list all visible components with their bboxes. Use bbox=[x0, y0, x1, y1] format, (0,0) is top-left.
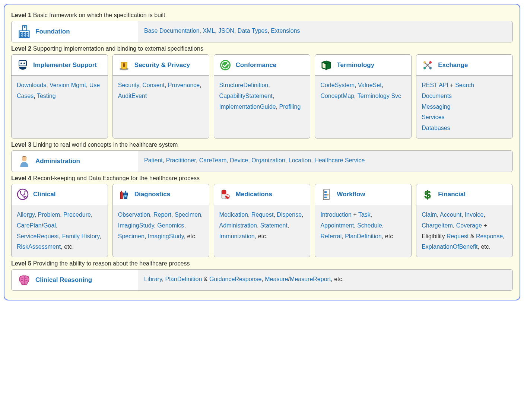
section-title-link[interactable]: Administration bbox=[35, 158, 80, 165]
link-plandefinition[interactable]: PlanDefinition bbox=[345, 233, 382, 239]
link-careteam[interactable]: CareTeam bbox=[199, 157, 227, 163]
section-body: Patient, Practitioner, CareTeam, Device,… bbox=[138, 151, 512, 172]
link-plandefinition[interactable]: PlanDefinition bbox=[165, 276, 202, 282]
link-healthcare-service[interactable]: Healthcare Service bbox=[314, 157, 365, 163]
section-title-link[interactable]: Clinical Reasoning bbox=[35, 276, 92, 284]
link-data-types[interactable]: Data Types bbox=[238, 28, 268, 34]
link-documents[interactable]: Documents bbox=[422, 93, 452, 99]
link-services[interactable]: Services bbox=[422, 114, 444, 120]
link-extensions[interactable]: Extensions bbox=[271, 28, 300, 34]
link-allergy[interactable]: Allergy bbox=[17, 211, 35, 218]
link-specimen[interactable]: Specimen bbox=[175, 211, 201, 218]
link-messaging[interactable]: Messaging bbox=[422, 104, 450, 110]
card-title-link[interactable]: Clinical bbox=[33, 191, 55, 198]
separator: , bbox=[248, 157, 251, 163]
link-immunization[interactable]: Immunization bbox=[219, 233, 255, 239]
link-appointment[interactable]: Appointment bbox=[320, 222, 354, 229]
link-explanationofbenefit[interactable]: ExplanationOfBenefit bbox=[422, 244, 477, 250]
link-genomics[interactable]: Genomics bbox=[157, 222, 184, 229]
link-medication[interactable]: Medication bbox=[219, 211, 248, 218]
link-capabilitystatement[interactable]: CapabilityStatement bbox=[219, 93, 273, 99]
link-measure[interactable]: Measure bbox=[265, 276, 288, 282]
link-downloads[interactable]: Downloads bbox=[17, 82, 46, 88]
svg-rect-32 bbox=[222, 190, 226, 194]
link-request[interactable]: Request bbox=[251, 211, 274, 218]
card-title-link[interactable]: Terminology bbox=[337, 61, 374, 69]
link-introduction[interactable]: Introduction bbox=[320, 211, 352, 218]
link-chargeitem[interactable]: ChargeItem bbox=[422, 222, 453, 229]
link-careplan[interactable]: CarePlan bbox=[17, 222, 42, 229]
link-dispense[interactable]: Dispense bbox=[277, 211, 302, 218]
link-structuredefinition[interactable]: StructureDefinition bbox=[219, 82, 269, 88]
link-auditevent[interactable]: AuditEvent bbox=[118, 93, 147, 99]
card-title-link[interactable]: Exchange bbox=[438, 61, 468, 69]
link-codesystem[interactable]: CodeSystem bbox=[320, 82, 355, 88]
separator: , etc bbox=[382, 233, 393, 239]
card-title-link[interactable]: Financial bbox=[438, 191, 466, 198]
link-consent[interactable]: Consent bbox=[142, 82, 165, 88]
link-implementationguide[interactable]: ImplementationGuide bbox=[219, 104, 276, 110]
link-schedule[interactable]: Schedule bbox=[357, 222, 382, 229]
link-claim[interactable]: Claim bbox=[422, 211, 437, 218]
link-terminology-svc[interactable]: Terminology Svc bbox=[358, 93, 401, 99]
link-practitioner[interactable]: Practitioner bbox=[166, 157, 196, 163]
card-title-link[interactable]: Diagnostics bbox=[134, 191, 170, 198]
link-family-history[interactable]: Family History bbox=[62, 233, 99, 239]
link-goal[interactable]: Goal bbox=[43, 222, 56, 229]
link-statement[interactable]: Statement bbox=[260, 222, 288, 229]
link-report[interactable]: Report bbox=[153, 211, 171, 218]
separator: , bbox=[60, 211, 63, 218]
financial-icon: $ bbox=[421, 188, 434, 201]
link-organization[interactable]: Organization bbox=[251, 157, 285, 163]
link-referral[interactable]: Referral bbox=[320, 233, 342, 239]
link-profiling[interactable]: Profiling bbox=[279, 104, 301, 110]
link-json[interactable]: JSON bbox=[218, 28, 234, 34]
card-body: REST API + SearchDocumentsMessagingServi… bbox=[416, 76, 512, 138]
card-implementer-support: Implementer SupportDownloads, Version Mg… bbox=[11, 54, 108, 139]
link-base-documentation[interactable]: Base Documentation bbox=[144, 28, 200, 34]
link-measurereport[interactable]: MeasureReport bbox=[290, 276, 331, 282]
link-provenance[interactable]: Provenance bbox=[168, 82, 200, 88]
link-imagingstudy[interactable]: ImagingStudy bbox=[118, 222, 154, 229]
section-title-link[interactable]: Foundation bbox=[35, 28, 70, 35]
link-coverage[interactable]: Coverage bbox=[456, 222, 482, 229]
level-desc: Record-keeping and Data Exchange for the… bbox=[31, 175, 200, 181]
svg-rect-10 bbox=[19, 61, 26, 66]
link-valueset[interactable]: ValueSet bbox=[358, 82, 382, 88]
link-rest-api[interactable]: REST API bbox=[422, 82, 448, 88]
link-administration[interactable]: Administration bbox=[219, 222, 257, 229]
link-response[interactable]: Response bbox=[476, 233, 503, 239]
link-imagingstudy[interactable]: ImagingStudy bbox=[148, 233, 184, 239]
card-title-link[interactable]: Medications bbox=[236, 191, 272, 198]
link-databases[interactable]: Databases bbox=[422, 125, 450, 131]
link-account[interactable]: Account bbox=[440, 211, 461, 218]
link-riskassessment[interactable]: RiskAssessment bbox=[17, 244, 61, 250]
link-search[interactable]: Search bbox=[455, 82, 474, 88]
link-observation[interactable]: Observation bbox=[118, 211, 150, 218]
link-task[interactable]: Task bbox=[358, 211, 371, 218]
link-specimen[interactable]: Specimen bbox=[118, 233, 145, 239]
link-library[interactable]: Library bbox=[144, 276, 162, 282]
link-security[interactable]: Security bbox=[118, 82, 139, 88]
building-icon bbox=[18, 25, 31, 38]
card-header: Terminology bbox=[315, 55, 411, 76]
link-request[interactable]: Request bbox=[447, 233, 469, 239]
link-procedure[interactable]: Procedure bbox=[63, 211, 91, 218]
card-title-link[interactable]: Implementer Support bbox=[33, 61, 97, 69]
link-invoice[interactable]: Invoice bbox=[465, 211, 484, 218]
link-problem[interactable]: Problem bbox=[38, 211, 60, 218]
link-servicerequest[interactable]: ServiceRequest bbox=[17, 233, 59, 239]
card-title-link[interactable]: Conformance bbox=[236, 61, 277, 69]
card-title-link[interactable]: Security & Privacy bbox=[134, 61, 190, 69]
link-location[interactable]: Location bbox=[289, 157, 311, 163]
link-guidanceresponse[interactable]: GuidanceResponse bbox=[209, 276, 262, 282]
link-patient[interactable]: Patient bbox=[144, 157, 163, 163]
card-title-link[interactable]: Workflow bbox=[337, 191, 365, 198]
link-conceptmap[interactable]: ConceptMap bbox=[320, 93, 354, 99]
link-device[interactable]: Device bbox=[230, 157, 248, 163]
separator: , etc. bbox=[478, 244, 491, 250]
link-testing[interactable]: Testing bbox=[37, 93, 56, 99]
link-xml[interactable]: XML bbox=[203, 28, 215, 34]
card-header: Implementer Support bbox=[12, 55, 108, 76]
link-version-mgmt[interactable]: Version Mgmt bbox=[50, 82, 86, 88]
